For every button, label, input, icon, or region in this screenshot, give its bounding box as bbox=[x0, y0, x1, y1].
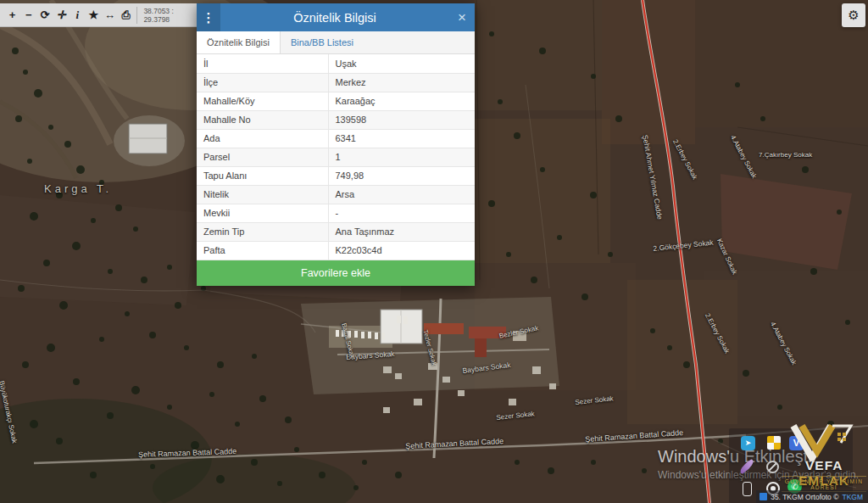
row-label: Pafta bbox=[197, 241, 328, 260]
attribution-link[interactable]: TKGM bbox=[842, 493, 863, 501]
row-label: Ada bbox=[197, 129, 328, 148]
close-button[interactable]: × bbox=[449, 9, 475, 26]
map-place-label: Karga T. bbox=[44, 182, 112, 195]
row-value: Merkez bbox=[328, 73, 475, 92]
zoom-in-button[interactable]: + bbox=[4, 4, 20, 26]
row-value: - bbox=[328, 204, 475, 222]
kebab-menu-icon: ⋮ bbox=[203, 10, 215, 25]
table-row: Parsel1 bbox=[197, 148, 475, 166]
dialog-title: Öznitelik Bilgisi bbox=[220, 11, 449, 25]
print-button[interactable]: ⎙ bbox=[118, 4, 134, 26]
row-label: İlçe bbox=[197, 73, 328, 92]
row-value: Ana Taşınmaz bbox=[328, 222, 475, 241]
row-value: Karaağaç bbox=[328, 92, 475, 110]
tab-oznitelik-bilgisi[interactable]: Öznitelik Bilgisi bbox=[197, 31, 281, 53]
map-street-label: 7.Çakırbey Sokak bbox=[759, 151, 812, 159]
row-value: 139598 bbox=[328, 110, 475, 129]
row-label: İl bbox=[197, 54, 328, 73]
table-row: İlUşak bbox=[197, 54, 475, 73]
disabled-app-icon[interactable] bbox=[766, 461, 779, 473]
favorites-button[interactable]: ★ bbox=[86, 4, 102, 26]
telegram-icon[interactable]: ➤ bbox=[741, 436, 755, 450]
table-row: Mahalle/KöyKaraağaç bbox=[197, 92, 475, 110]
phone-icon[interactable] bbox=[743, 482, 752, 496]
logo-mark bbox=[790, 424, 854, 461]
close-icon: × bbox=[458, 9, 466, 25]
map-attribution: 35. TKGM Ortofoto © TKGM bbox=[756, 490, 868, 503]
row-label: Mevkii bbox=[197, 204, 328, 222]
row-value: 1 bbox=[328, 148, 475, 166]
row-label: Tapu Alanı bbox=[197, 166, 328, 185]
attribution-text: 35. TKGM Ortofoto © bbox=[771, 493, 838, 501]
table-row: İlçeMerkez bbox=[197, 73, 475, 92]
table-row: Mevkii- bbox=[197, 204, 475, 222]
row-value: K22c03c4d bbox=[328, 241, 475, 260]
row-value: 6341 bbox=[328, 129, 475, 148]
row-label: Zemin Tip bbox=[197, 222, 328, 241]
brand-name-primary: VEFA bbox=[805, 458, 843, 472]
zoom-out-button[interactable]: − bbox=[20, 4, 36, 26]
row-value: Uşak bbox=[328, 54, 475, 73]
table-row: Tapu Alanı749,98 bbox=[197, 166, 475, 185]
info-button[interactable]: i bbox=[70, 4, 86, 26]
locate-button[interactable]: ✛ bbox=[53, 4, 70, 26]
attribute-table: İlUşak İlçeMerkez Mahalle/KöyKaraağaç Ma… bbox=[197, 54, 475, 260]
refresh-button[interactable]: ⟳ bbox=[36, 4, 53, 26]
dialog-menu-button[interactable]: ⋮ bbox=[197, 3, 220, 31]
attribution-badge-icon bbox=[760, 493, 767, 500]
table-row: Ada6341 bbox=[197, 129, 475, 148]
row-value: Arsa bbox=[328, 185, 475, 204]
row-label: Mahalle No bbox=[197, 110, 328, 129]
dialog-header: ⋮ Öznitelik Bilgisi × bbox=[197, 3, 475, 31]
gear-icon: ⚙ bbox=[848, 8, 859, 23]
map-toolbar: + − ⟳ ✛ i ★ ↔ ⎙ 38.7053 : 29.3798 bbox=[0, 3, 197, 27]
attribute-dialog: ⋮ Öznitelik Bilgisi × Öznitelik Bilgisi … bbox=[197, 3, 475, 286]
add-to-favorites-button[interactable]: Favorilere ekle bbox=[197, 260, 475, 286]
row-label: Mahalle/Köy bbox=[197, 92, 328, 110]
tab-bina-bb-listesi[interactable]: Bina/BB Listesi bbox=[281, 31, 364, 53]
dialog-tabs: Öznitelik Bilgisi Bina/BB Listesi bbox=[197, 31, 475, 54]
row-label: Nitelik bbox=[197, 185, 328, 204]
table-row: NitelikArsa bbox=[197, 185, 475, 204]
table-row: PaftaK22c03c4d bbox=[197, 241, 475, 260]
vefa-emlak-logo: VEFA EMLAK GÜVENİLİR YATIRIMIN ADRESİ bbox=[778, 422, 866, 492]
row-label: Parsel bbox=[197, 148, 328, 166]
table-row: Zemin TipAna Taşınmaz bbox=[197, 222, 475, 241]
coordinate-readout: 38.7053 : 29.3798 bbox=[136, 7, 197, 24]
table-row: Mahalle No139598 bbox=[197, 110, 475, 129]
settings-button[interactable]: ⚙ bbox=[842, 3, 865, 27]
row-value: 749,98 bbox=[328, 166, 475, 185]
measure-button[interactable]: ↔ bbox=[102, 4, 118, 26]
